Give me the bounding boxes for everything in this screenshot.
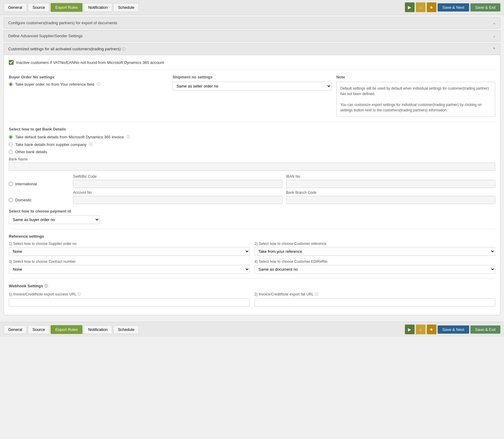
webhook-field-1-label: 1) Invoice/CreditNote export success URL… xyxy=(9,292,250,297)
bank-name-input[interactable] xyxy=(9,163,495,171)
advanced-section: Define Advanced Supplier/Sender Settings… xyxy=(4,30,500,41)
ref-field-2: 2) Select how to choose Customer referen… xyxy=(255,242,496,256)
webhook-field-1-info-icon: ⓘ xyxy=(77,292,81,296)
configure-section-title: Configure customers(trading partners) fo… xyxy=(8,21,117,25)
bank-radio-row-2: Take bank details from supplier company … xyxy=(9,142,495,147)
bank-radio-1[interactable] xyxy=(9,135,13,139)
tab-notification-bottom[interactable]: Notification xyxy=(84,325,112,334)
swift-bic-group: Swift/Bic Code xyxy=(73,174,282,188)
webhook-title: Webhook Settings ⓘ xyxy=(9,284,495,289)
payment-label: Select how to choose payment id xyxy=(9,209,495,213)
ref-field-2-label: 2) Select how to choose Customer referen… xyxy=(255,242,496,246)
buyer-order-group: Buyer Order No settings Take buyer order… xyxy=(9,75,168,117)
note-line1: Default settings will be used by default… xyxy=(340,86,491,97)
ref-field-2-select[interactable]: Take from your reference None Other xyxy=(255,247,496,256)
bank-radio-2-label: Take bank details from supplier company xyxy=(15,142,87,147)
payment-select-wrapper: Same as buyer order no None Other xyxy=(9,215,100,224)
payment-section: Select how to choose payment id Same as … xyxy=(9,209,495,224)
tab-notification[interactable]: Notification xyxy=(84,3,112,12)
swift-bic-input[interactable] xyxy=(73,180,282,188)
buyer-order-radio[interactable] xyxy=(9,82,13,86)
tab-export-rules[interactable]: Export Rules xyxy=(51,3,82,12)
iban-input[interactable] xyxy=(286,180,496,188)
ref-field-4-select[interactable]: Same as document no None Other xyxy=(255,265,496,274)
domestic-label: Domestic xyxy=(15,198,32,202)
bank-name-field: Bank Name xyxy=(9,157,495,171)
account-no-input[interactable] xyxy=(73,196,282,204)
customized-body: Inactive customers if VATNo/EANNo not fo… xyxy=(4,55,500,315)
domestic-checkbox[interactable] xyxy=(9,198,13,202)
bank-international-row: International Swift/Bic Code IBAN No xyxy=(9,174,495,188)
bank-radio-2[interactable] xyxy=(9,143,13,147)
note-group: Note Default settings will be used by de… xyxy=(336,75,495,117)
save-exit-button-top[interactable]: Save & Exit xyxy=(470,3,500,12)
star-button[interactable]: ★ xyxy=(427,2,436,12)
bank-radio-1-label: Take default bank details from Microsoft… xyxy=(15,135,124,139)
save-next-button-top[interactable]: Save & Next xyxy=(438,3,469,12)
payment-select[interactable]: Same as buyer order no None Other xyxy=(9,215,100,224)
note-line2: You can customize export settings for in… xyxy=(340,102,491,113)
tab-general-bottom[interactable]: General xyxy=(4,325,27,334)
home-button-bottom[interactable]: ⌂ xyxy=(416,325,426,334)
configure-section-header[interactable]: Configure customers(trading partners) fo… xyxy=(4,18,500,28)
inactive-checkbox-label: Inactive customers if VATNo/EANNo not fo… xyxy=(16,60,164,65)
iban-label: IBAN No xyxy=(286,174,496,179)
bank-radio-row-3: Other bank details xyxy=(9,150,495,154)
advanced-section-header[interactable]: Define Advanced Supplier/Sender Settings… xyxy=(4,31,500,41)
swift-bic-label: Swift/Bic Code xyxy=(73,174,282,179)
configure-section: Configure customers(trading partners) fo… xyxy=(4,17,500,28)
bank-radio-1-info-icon: ⓘ xyxy=(126,134,130,140)
shipment-no-select[interactable]: Same as seller order no Same as buyer or… xyxy=(172,82,331,91)
webhook-field-2-input[interactable] xyxy=(255,298,496,306)
settings-three-col: Buyer Order No settings Take buyer order… xyxy=(9,75,495,117)
webhook-field-2-info-icon: ⓘ xyxy=(315,292,318,296)
customized-section-title: Customized settings for all activated cu… xyxy=(8,47,125,52)
account-no-group: Account No xyxy=(73,190,282,204)
note-box: Default settings will be used by default… xyxy=(336,82,495,117)
bank-radio-3[interactable] xyxy=(9,150,13,154)
tab-general[interactable]: General xyxy=(4,3,27,12)
bank-domestic-row: Domestic Account No Bank Branch Code xyxy=(9,190,495,204)
bank-details-section: Select how to get Bank Details Take defa… xyxy=(9,127,495,204)
save-exit-button-bottom[interactable]: Save & Exit xyxy=(470,325,500,334)
customized-info-icon: ⓘ xyxy=(122,47,125,51)
tab-source[interactable]: Source xyxy=(28,3,49,12)
bank-radio-group: Take default bank details from Microsoft… xyxy=(9,134,495,154)
international-label: International xyxy=(15,182,37,186)
tab-schedule-bottom[interactable]: Schedule xyxy=(113,325,139,334)
webhook-section: Webhook Settings ⓘ 1) Invoice/CreditNote… xyxy=(9,284,495,306)
home-button[interactable]: ⌂ xyxy=(416,2,426,12)
domestic-checkbox-group: Domestic xyxy=(9,190,69,202)
bank-branch-input[interactable] xyxy=(286,196,496,204)
webhook-field-1: 1) Invoice/CreditNote export success URL… xyxy=(9,292,250,306)
buyer-order-info-icon: ⓘ xyxy=(97,82,100,87)
webhook-field-2: 2) Invoice/CreditNote export fail URL ⓘ xyxy=(255,292,496,306)
international-checkbox[interactable] xyxy=(9,182,13,186)
tab-schedule[interactable]: Schedule xyxy=(113,3,139,12)
ref-field-3: 3) Select how to choose Contract number … xyxy=(9,259,250,274)
bank-branch-label: Bank Branch Code xyxy=(286,190,496,195)
ref-field-4-label: 4) Select how to choose Customer EDIRefN… xyxy=(255,259,496,264)
ref-field-1: 1) Select how to choose Supplier order n… xyxy=(9,242,250,256)
webhook-field-1-input[interactable] xyxy=(9,298,250,306)
play-button-bottom[interactable]: ▶ xyxy=(405,325,415,334)
customized-section-header[interactable]: Customized settings for all activated cu… xyxy=(4,44,500,55)
save-next-button-bottom[interactable]: Save & Next xyxy=(438,325,469,334)
star-button-bottom[interactable]: ★ xyxy=(427,325,436,334)
ref-field-3-select[interactable]: None Other xyxy=(9,265,250,274)
bank-radio-3-label: Other bank details xyxy=(15,150,47,154)
international-checkbox-group: International xyxy=(9,174,69,186)
tab-source-bottom[interactable]: Source xyxy=(28,325,49,334)
webhook-field-2-label: 2) Invoice/CreditNote export fail URL ⓘ xyxy=(255,292,496,297)
inactive-checkbox[interactable] xyxy=(9,60,14,65)
play-button[interactable]: ▶ xyxy=(405,2,415,12)
bank-branch-group: Bank Branch Code xyxy=(286,190,496,204)
shipment-no-group: Shipment no settings Same as seller orde… xyxy=(172,75,331,117)
bank-details-title: Select how to get Bank Details xyxy=(9,127,495,131)
webhook-fields: 1) Invoice/CreditNote export success URL… xyxy=(9,292,495,306)
account-no-label: Account No xyxy=(73,190,282,195)
webhook-info-icon: ⓘ xyxy=(44,284,48,288)
tab-export-rules-bottom[interactable]: Export Rules xyxy=(51,325,82,334)
ref-field-1-select[interactable]: None Other xyxy=(9,247,250,256)
top-navigation-bar: General Source Export Rules Notification… xyxy=(0,0,504,15)
